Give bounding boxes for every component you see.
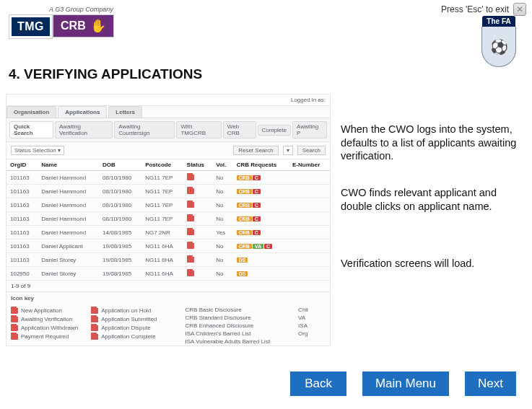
key-item: CRB Enhanced Disclosure [170,322,271,330]
key-item: Application Submitted [91,315,157,323]
key-item: Chil [283,306,308,314]
table-row[interactable]: 101163Daniel Hammond08/10/1980NG11 7EPNo… [6,198,330,212]
icon-key: New ApplicationAwaiting VerificationAppl… [6,304,330,346]
key-item: Application on Hold [91,306,157,315]
table-row[interactable]: 101163Daniel Hammond08/10/1980NG11 7EPNo… [6,212,330,226]
logged-in-label: Logged in as: [291,97,326,103]
col-header: DOB [99,159,141,171]
shield-icon: ⚽ [481,27,516,67]
tab-letters[interactable]: Letters [108,106,142,118]
subtab[interactable]: Complete [258,125,291,136]
chip-c: C [253,203,261,208]
pdf-icon [187,242,194,249]
icon-key-title: Icon key [6,291,330,304]
chip-c: C [264,244,272,249]
chip-crb: CRB [237,244,252,249]
key-item: Disclosure Scotland [170,346,271,346]
pdf-icon [187,255,194,263]
subtab[interactable]: Web CRB [223,121,256,138]
hand-icon: ✋ [90,18,106,34]
back-button[interactable]: Back [290,371,346,396]
chip-ds: DS [237,271,248,276]
nav-buttons: Back Main Menu Next [0,371,532,396]
para-2: CWO finds relevant applicant and double … [341,186,520,213]
key-item: Application Dispute [91,323,157,332]
search-button[interactable]: Search [297,146,326,155]
main-menu-button[interactable]: Main Menu [362,371,449,396]
pdf-icon [187,187,194,194]
key-item: Application Withdrawn [11,323,78,332]
table-row[interactable]: 102950Daniel Storey19/08/1985NG11 6HANoD… [6,267,330,281]
pdf-icon [187,228,194,235]
key-item: ISA [283,322,308,330]
key-item: Application Complete [91,332,157,340]
pdf-icon [187,173,194,180]
tab-organisation[interactable]: Organisation [6,106,56,118]
filter-select[interactable]: ▾ [283,146,293,155]
page-title: 4. VERIFYING APPLICATIONS [9,66,202,82]
table-row[interactable]: 101163Daniel Hammond08/10/1980NG11 7EPNo… [6,185,330,198]
chip-c: C [253,216,261,221]
reset-button[interactable]: Reset Search [233,146,278,155]
filter-row: Status Selection ▾ Reset Search ▾ Search [6,142,330,159]
subtab[interactable]: Awaiting Verification [55,121,113,138]
col-header: OrgID [6,159,38,171]
result-count: 1-9 of 9 [6,281,330,291]
close-icon[interactable]: ✕ [513,3,526,16]
tab-applications[interactable]: Applications [58,106,107,118]
results-table: OrgIDNameDOBPostcodeStatusVol.CRB Reques… [6,159,330,281]
table-row[interactable]: 101163Daniel Hammond08/10/1980NG11 7EPNo… [6,171,330,185]
pdf-icon [187,269,194,276]
key-item: ISA Vulnerable Adults Barred List [170,338,271,346]
para-1: When the CWO logs into the system, defau… [341,123,520,163]
chip-crb: CRB [237,203,252,208]
chip-va: VA [253,244,263,249]
col-header: Postcode [141,159,183,171]
g3-tagline: A G3 Group Company [49,6,113,13]
table-row[interactable]: 101163Daniel Storey19/08/1985NG11 6HANoD… [6,253,330,267]
fa-band: The FA [482,16,515,27]
key-item: New Application [11,306,78,315]
main-tabs: OrganisationApplicationsLetters [6,106,330,118]
key-item: ISA Children's Barred List [170,330,271,338]
key-item: VA [283,314,308,322]
col-header: CRB Requests [233,159,289,171]
key-item: CRB Basic Disclosure [170,306,271,314]
sub-tabs: Quick SearchAwaiting VerificationAwaitin… [6,118,330,142]
para-3: Verification screens will load. [341,257,520,271]
col-header: Status [183,159,213,171]
tmg-logo: TMG [9,14,53,39]
table-row[interactable]: 101163Daniel Applicant19/08/1985NG11 6HA… [6,239,330,253]
chip-crb: CRB [237,175,252,180]
pdf-icon [187,201,194,208]
fa-crest: The FA ⚽ [479,16,519,67]
col-header: E-Number [289,159,330,171]
subtab[interactable]: Quick Search [9,121,53,138]
subtab[interactable]: With TMGCRB [176,121,221,138]
chip-c: C [253,175,261,180]
col-header: Vol. [212,159,232,171]
key-item: Awaiting Verification [11,315,78,323]
key-item: Org [283,330,308,338]
logo-area: TMG CRB ✋ [9,14,114,39]
subtab[interactable]: Awaiting P [292,121,327,138]
chip-crb: CRB [237,216,252,221]
chip-ds: DS [237,258,248,263]
chip-crb: CRB [237,189,252,194]
chip-crb: CRB [237,230,252,235]
chip-c: C [253,189,261,194]
key-item: CRB Standard Disclosure [170,314,271,322]
chip-c: C [253,230,261,235]
esc-hint: Press 'Esc' to exit [441,4,509,14]
next-button[interactable]: Next [465,371,516,396]
crb-logo: CRB ✋ [53,14,114,38]
pdf-icon [187,214,194,221]
status-select[interactable]: Status Selection ▾ [11,146,64,155]
embedded-app-screenshot: Logged in as: OrganisationApplicationsLe… [6,94,331,346]
table-row[interactable]: 101163Daniel Hammond14/08/1985NG7 2NRYes… [6,226,330,239]
col-header: Name [38,159,99,171]
subtab[interactable]: Awaiting Countersign [114,121,175,138]
key-item: Payment Required [11,332,78,340]
